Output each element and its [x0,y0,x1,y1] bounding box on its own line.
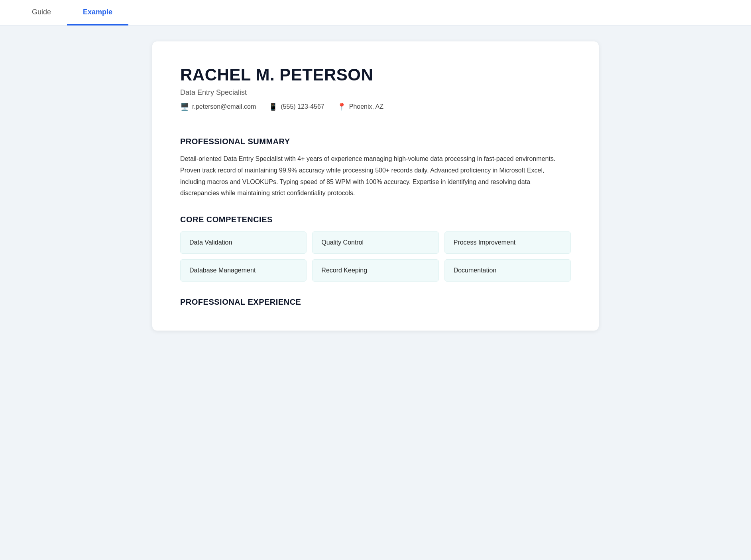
phone-icon: 📱 [269,102,277,111]
resume-job-title: Data Entry Specialist [180,88,571,97]
competencies-grid: Data Validation Quality Control Process … [180,231,571,282]
tab-bar: Guide Example [0,0,751,25]
email-value: r.peterson@email.com [192,103,256,110]
competency-item: Process Improvement [444,231,571,254]
resume-card: RACHEL M. PETERSON Data Entry Specialist… [152,41,599,331]
section-divider [180,124,571,124]
phone-value: (555) 123-4567 [281,103,324,110]
tab-guide[interactable]: Guide [16,0,67,25]
competency-item: Quality Control [312,231,438,254]
email-icon: 🖥️ [180,102,189,111]
tab-example[interactable]: Example [67,0,128,25]
experience-heading: PROFESSIONAL EXPERIENCE [180,298,571,307]
competency-item: Documentation [444,259,571,282]
contact-phone: 📱 (555) 123-4567 [269,102,324,111]
page-container: RACHEL M. PETERSON Data Entry Specialist… [136,41,615,331]
competencies-heading: CORE COMPETENCIES [180,215,571,224]
competency-item: Data Validation [180,231,307,254]
competency-item: Database Management [180,259,307,282]
location-icon: 📍 [337,102,346,111]
summary-text: Detail-oriented Data Entry Specialist wi… [180,153,571,199]
location-value: Phoenix, AZ [349,103,383,110]
resume-name: RACHEL M. PETERSON [180,65,571,84]
competency-item: Record Keeping [312,259,438,282]
contact-email: 🖥️ r.peterson@email.com [180,102,256,111]
contact-location: 📍 Phoenix, AZ [337,102,383,111]
contact-row: 🖥️ r.peterson@email.com 📱 (555) 123-4567… [180,102,571,111]
summary-heading: PROFESSIONAL SUMMARY [180,137,571,146]
